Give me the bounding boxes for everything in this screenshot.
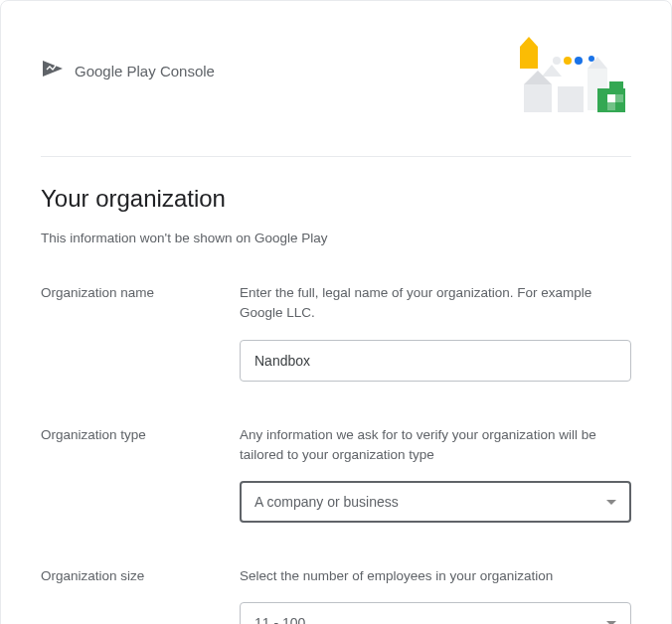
svg-point-6	[575, 57, 583, 65]
svg-marker-2	[520, 37, 538, 47]
org-size-value: 11 - 100	[254, 615, 305, 624]
org-name-helper: Enter the full, legal name of your organ…	[240, 283, 631, 324]
card-header: Google Play Console	[41, 37, 631, 157]
field-org-size: Organization size Select the number of e…	[41, 566, 631, 624]
svg-point-7	[588, 56, 594, 62]
org-type-value: A company or business	[254, 494, 399, 510]
play-console-icon	[41, 57, 67, 84]
org-name-label: Organization name	[41, 283, 240, 300]
svg-rect-8	[524, 84, 552, 112]
header-illustration	[512, 37, 631, 126]
org-name-input[interactable]	[240, 340, 631, 382]
brand: Google Play Console	[41, 57, 215, 84]
svg-rect-16	[607, 102, 615, 110]
page-subtitle: This information won't be shown on Googl…	[41, 231, 631, 245]
svg-rect-15	[615, 94, 623, 102]
onboarding-card: Google Play Console	[0, 0, 672, 624]
chevron-down-icon	[606, 500, 616, 505]
svg-rect-10	[558, 86, 584, 112]
org-type-label: Organization type	[41, 425, 240, 442]
brand-label: Google Play Console	[75, 63, 215, 79]
org-size-select[interactable]: 11 - 100	[240, 602, 631, 624]
page-title: Your organization	[41, 185, 631, 213]
org-type-helper: Any information we ask for to verify you…	[240, 425, 631, 466]
org-size-helper: Select the number of employees in your o…	[240, 566, 631, 586]
field-org-type: Organization type Any information we ask…	[41, 425, 631, 524]
svg-rect-14	[607, 94, 615, 102]
svg-point-5	[564, 57, 572, 65]
svg-point-4	[553, 57, 561, 65]
svg-marker-3	[542, 65, 562, 77]
org-size-label: Organization size	[41, 566, 240, 583]
field-org-name: Organization name Enter the full, legal …	[41, 283, 631, 382]
svg-rect-1	[520, 47, 538, 69]
org-type-select[interactable]: A company or business	[240, 481, 631, 523]
svg-rect-17	[609, 81, 623, 89]
